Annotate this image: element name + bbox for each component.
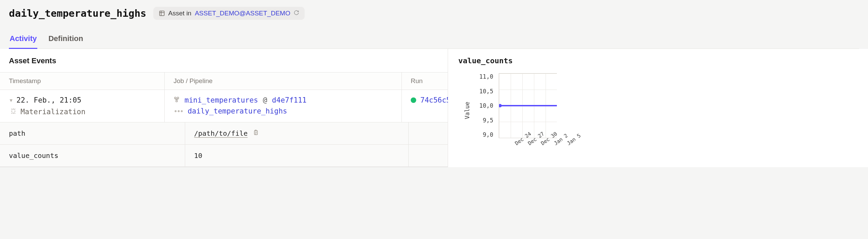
col-header-run: Run [401,72,448,90]
chart-y-ticks: 11,0 10,5 10,0 9,5 9,0 [479,73,495,138]
value-counts-chart: Value 11,0 10,5 10,0 9,5 9,0 Dec 24 Dec … [458,73,868,148]
y-tick: 9,5 [479,117,493,124]
asset-location-prefix: Asset in [168,10,192,17]
col-header-job: Job / Pipeline [164,72,401,90]
op-icon: ••• [174,107,183,115]
tab-activity[interactable]: Activity [9,29,37,49]
y-tick: 10,5 [479,88,493,95]
y-tick: 9,0 [479,131,493,138]
job-name-link[interactable]: mini_temperatures [184,96,258,104]
chart-series-line [499,105,557,106]
asset-location-chip[interactable]: Asset in ASSET_DEMO@ASSET_DEMO [153,7,305,20]
metadata-value: 10 [194,151,202,160]
clipboard-icon[interactable] [253,129,259,137]
snapshot-link[interactable]: d4e7f111 [272,96,307,104]
metadata-row: value_counts 10 [0,145,448,167]
chart-x-ticks: Dec 24 Dec 27 Dec 30 Jan 2 Jan 5 [514,142,576,148]
repo-icon [159,10,165,16]
at-separator: @ [263,96,267,104]
event-timestamp: 22. Feb., 21:05 [16,96,81,104]
reload-icon[interactable] [294,10,299,17]
svg-rect-3 [176,100,178,102]
metadata-key: value_counts [0,145,185,167]
y-tick: 11,0 [479,73,493,80]
asset-location-link[interactable]: ASSET_DEMO@ASSET_DEMO [195,10,290,17]
event-type-label: Materialization [21,108,86,116]
asset-tabs: Activity Definition [9,29,859,49]
svg-rect-2 [177,97,179,99]
chart-series-point [499,104,502,107]
metadata-path-link[interactable]: /path/to/file [194,129,248,137]
page-title: daily_temperature_highs [9,8,146,19]
svg-rect-1 [175,97,176,99]
job-icon [174,96,180,104]
metadata-key: path [0,122,185,144]
col-header-timestamp: Timestamp [0,72,164,90]
asset-events-heading: Asset Events [0,49,448,72]
event-row[interactable]: ▾ 22. Feb., 21:05 Materialization [0,90,448,122]
chart-plot-area[interactable] [499,73,557,138]
materialization-icon [10,108,16,116]
events-table-header: Timestamp Job / Pipeline Run [0,72,448,90]
op-name-link[interactable]: daily_temperature_highs [188,107,287,115]
y-tick: 10,0 [479,102,493,109]
caret-down-icon[interactable]: ▾ [9,96,13,104]
tab-definition[interactable]: Definition [48,29,84,49]
run-status-success-icon [411,97,416,103]
svg-rect-0 [159,11,164,16]
metadata-row: path /path/to/file [0,122,448,145]
chart-title: value_counts [458,56,868,73]
chart-y-axis-label: Value [464,102,471,119]
